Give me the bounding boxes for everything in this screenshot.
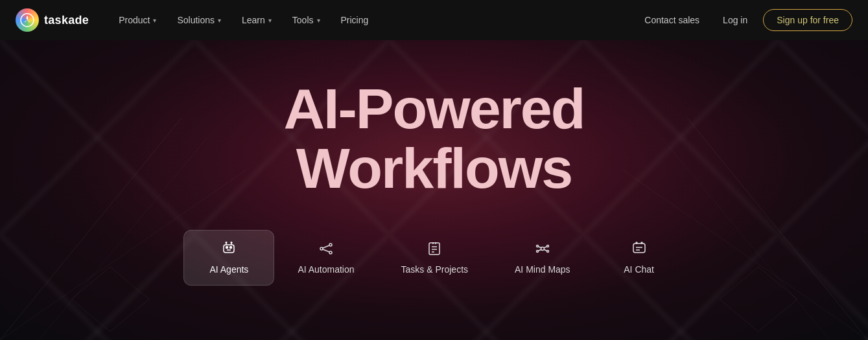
svg-line-31 [538, 247, 541, 248]
svg-point-26 [541, 247, 544, 250]
nav-item-product[interactable]: Product ▾ [110, 10, 165, 30]
svg-point-10 [226, 246, 228, 248]
nav-item-pricing[interactable]: Pricing [332, 10, 378, 30]
logo-icon [16, 8, 39, 32]
svg-point-28 [536, 250, 538, 252]
hero-section: AI-Powered Workflows AI Agents [0, 40, 868, 340]
svg-line-4 [687, 118, 868, 340]
svg-point-18 [329, 244, 332, 246]
tab-ai-automation-label: AI Automation [298, 264, 354, 275]
svg-point-29 [546, 245, 548, 247]
svg-rect-22 [429, 243, 440, 255]
svg-line-21 [323, 249, 329, 252]
ai-agents-icon [221, 241, 237, 259]
svg-rect-35 [633, 244, 645, 253]
svg-point-36 [636, 242, 637, 244]
svg-point-17 [320, 247, 323, 250]
tab-ai-agents-label: AI Agents [209, 264, 248, 275]
nav-item-tools[interactable]: Tools ▾ [283, 10, 329, 30]
nav-item-solutions[interactable]: Solutions ▾ [168, 10, 230, 30]
svg-point-27 [536, 245, 538, 247]
tab-tasks-projects[interactable]: Tasks & Projects [378, 231, 491, 285]
nav-right: Contact sales Log in Sign up for free [637, 9, 852, 31]
svg-line-34 [544, 249, 546, 251]
svg-rect-9 [224, 245, 234, 253]
contact-sales-link[interactable]: Contact sales [637, 10, 707, 30]
tasks-projects-icon [427, 241, 442, 259]
tab-ai-mind-maps-label: AI Mind Maps [515, 264, 570, 275]
ai-chat-icon [631, 241, 647, 259]
tab-tasks-projects-label: Tasks & Projects [401, 264, 468, 275]
svg-point-11 [230, 246, 232, 248]
tab-ai-chat[interactable]: AI Chat [594, 231, 685, 285]
svg-line-1 [0, 118, 182, 340]
login-link[interactable]: Log in [715, 10, 755, 30]
hero-title: AI-Powered Workflows [283, 79, 584, 199]
ai-mind-maps-icon [535, 241, 550, 259]
logo-text: taskade [44, 14, 89, 27]
tab-ai-chat-label: AI Chat [624, 264, 654, 275]
feature-tabs: AI Agents AI Automation [183, 230, 684, 286]
nav-menu: Product ▾ Solutions ▾ Learn ▾ Tools ▾ Pr… [110, 10, 637, 30]
svg-point-37 [641, 242, 642, 244]
svg-point-16 [231, 242, 233, 243]
logo[interactable]: taskade [16, 8, 89, 32]
svg-line-3 [39, 137, 207, 340]
svg-line-32 [538, 249, 541, 251]
chevron-down-icon: ▾ [218, 17, 221, 24]
chevron-down-icon: ▾ [268, 17, 272, 24]
svg-marker-7 [71, 267, 149, 332]
svg-point-19 [329, 251, 332, 254]
ai-automation-icon [318, 241, 334, 259]
tab-ai-agents[interactable]: AI Agents [183, 230, 274, 286]
svg-point-30 [546, 250, 548, 252]
tab-ai-automation[interactable]: AI Automation [274, 231, 377, 285]
chevron-down-icon: ▾ [317, 17, 320, 24]
svg-line-20 [323, 245, 329, 248]
svg-point-15 [226, 242, 228, 243]
navbar: taskade Product ▾ Solutions ▾ Learn ▾ To… [0, 0, 868, 40]
signup-button[interactable]: Sign up for free [763, 9, 852, 31]
svg-marker-8 [720, 267, 797, 332]
chevron-down-icon: ▾ [153, 17, 156, 24]
svg-line-6 [661, 137, 830, 340]
tab-ai-mind-maps[interactable]: AI Mind Maps [491, 231, 594, 285]
nav-item-learn[interactable]: Learn ▾ [233, 10, 281, 30]
svg-line-33 [544, 247, 546, 248]
